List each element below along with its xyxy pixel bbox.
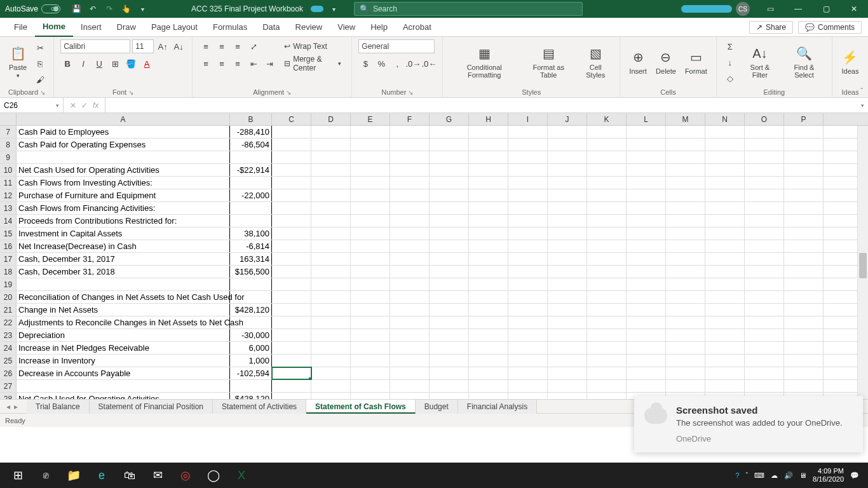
- select-all-corner[interactable]: [0, 113, 17, 125]
- cell[interactable]: [705, 227, 745, 240]
- cell[interactable]: [587, 355, 627, 367]
- cell[interactable]: [272, 304, 311, 316]
- cell[interactable]: [784, 253, 824, 265]
- cell[interactable]: [627, 278, 666, 290]
- cell[interactable]: Proceeds from Contributions Restricted f…: [17, 215, 230, 227]
- task-view-icon[interactable]: ⎚: [32, 463, 60, 488]
- cell[interactable]: [351, 126, 390, 138]
- cell[interactable]: [508, 253, 548, 265]
- cell[interactable]: [351, 367, 390, 379]
- cell[interactable]: [666, 164, 705, 176]
- cell[interactable]: [705, 316, 745, 329]
- cell[interactable]: [390, 227, 430, 240]
- cell[interactable]: [390, 278, 430, 290]
- cell[interactable]: [430, 240, 469, 252]
- column-header-O[interactable]: O: [745, 113, 784, 125]
- cell[interactable]: [587, 215, 627, 227]
- comma-format-icon[interactable]: ,: [390, 57, 404, 71]
- cell[interactable]: [784, 164, 824, 176]
- cell[interactable]: [272, 240, 311, 252]
- cell[interactable]: [548, 367, 587, 379]
- column-header-F[interactable]: F: [390, 113, 430, 125]
- align-middle-icon[interactable]: ≡: [215, 39, 229, 53]
- cell[interactable]: [745, 177, 784, 189]
- cell[interactable]: [548, 316, 587, 329]
- cell[interactable]: [745, 215, 784, 227]
- cell[interactable]: [390, 202, 430, 214]
- cell[interactable]: [430, 139, 469, 151]
- paste-button[interactable]: 📋 Paste ▾: [6, 39, 29, 84]
- cell[interactable]: [469, 329, 508, 341]
- cell[interactable]: [390, 151, 430, 163]
- cell[interactable]: [587, 164, 627, 176]
- ribbon-display-icon[interactable]: ▭: [756, 0, 784, 18]
- cell[interactable]: [272, 177, 311, 189]
- cell[interactable]: [784, 139, 824, 151]
- cell[interactable]: [666, 342, 705, 354]
- cell[interactable]: [784, 278, 824, 290]
- column-header-B[interactable]: B: [230, 113, 272, 125]
- row-header[interactable]: 9: [0, 151, 17, 163]
- cell[interactable]: [548, 393, 587, 399]
- cell[interactable]: [548, 151, 587, 163]
- cell[interactable]: [272, 316, 311, 329]
- cell[interactable]: [430, 329, 469, 341]
- mail-icon[interactable]: ✉: [144, 463, 172, 488]
- align-left-icon[interactable]: ≡: [199, 57, 213, 71]
- comments-button[interactable]: 💬Comments: [798, 21, 862, 34]
- cell[interactable]: [745, 342, 784, 354]
- cell[interactable]: [17, 278, 230, 290]
- cell[interactable]: [272, 393, 311, 399]
- cell[interactable]: [430, 227, 469, 240]
- vertical-scrollbar[interactable]: [857, 126, 868, 399]
- cell[interactable]: [508, 380, 548, 392]
- cell[interactable]: [390, 304, 430, 316]
- column-header-L[interactable]: L: [627, 113, 666, 125]
- cell[interactable]: [390, 177, 430, 189]
- tab-insert[interactable]: Insert: [73, 18, 109, 37]
- cell[interactable]: [508, 316, 548, 329]
- cell[interactable]: [666, 380, 705, 392]
- cell[interactable]: [272, 266, 311, 278]
- excel-icon[interactable]: X: [227, 463, 255, 488]
- cell[interactable]: Change in Net Assets: [17, 304, 230, 316]
- column-header-G[interactable]: G: [430, 113, 469, 125]
- sheet-tab-trial-balance[interactable]: Trial Balance: [27, 400, 90, 414]
- cell[interactable]: [390, 393, 430, 399]
- cell[interactable]: [469, 139, 508, 151]
- cell[interactable]: [548, 291, 587, 303]
- font-name-select[interactable]: Calibri: [60, 39, 130, 53]
- cell[interactable]: Cash, December 31, 2017: [17, 253, 230, 265]
- cell[interactable]: [311, 202, 351, 214]
- cell[interactable]: [230, 316, 272, 329]
- cell[interactable]: [469, 227, 508, 240]
- cell[interactable]: Net Cash Used for Operating Activities: [17, 164, 230, 176]
- decrease-font-icon[interactable]: A↓: [172, 39, 186, 53]
- cell[interactable]: [508, 240, 548, 252]
- cell[interactable]: [587, 240, 627, 252]
- row-header[interactable]: 22: [0, 316, 17, 329]
- cell[interactable]: [351, 278, 390, 290]
- copy-icon[interactable]: ⎘: [33, 57, 47, 71]
- cell[interactable]: [666, 189, 705, 201]
- cell[interactable]: [272, 215, 311, 227]
- cell[interactable]: [666, 215, 705, 227]
- cell[interactable]: [666, 304, 705, 316]
- cell[interactable]: [430, 304, 469, 316]
- cell[interactable]: Investment in Capital Assets: [17, 227, 230, 240]
- cell[interactable]: -6,814: [230, 240, 272, 252]
- cell[interactable]: [430, 380, 469, 392]
- sort-filter-button[interactable]: A↓Sort & Filter: [741, 39, 779, 84]
- cell[interactable]: [745, 329, 784, 341]
- cell[interactable]: [469, 291, 508, 303]
- cell[interactable]: [311, 151, 351, 163]
- cell[interactable]: [587, 393, 627, 399]
- cell[interactable]: [705, 139, 745, 151]
- cell[interactable]: Purchase of Furniture and Equipment: [17, 189, 230, 201]
- cell[interactable]: [272, 342, 311, 354]
- cell[interactable]: Cash Paid for Operating Expenses: [17, 139, 230, 151]
- cell[interactable]: [666, 329, 705, 341]
- cell[interactable]: [508, 291, 548, 303]
- cell[interactable]: [548, 278, 587, 290]
- cell[interactable]: [705, 177, 745, 189]
